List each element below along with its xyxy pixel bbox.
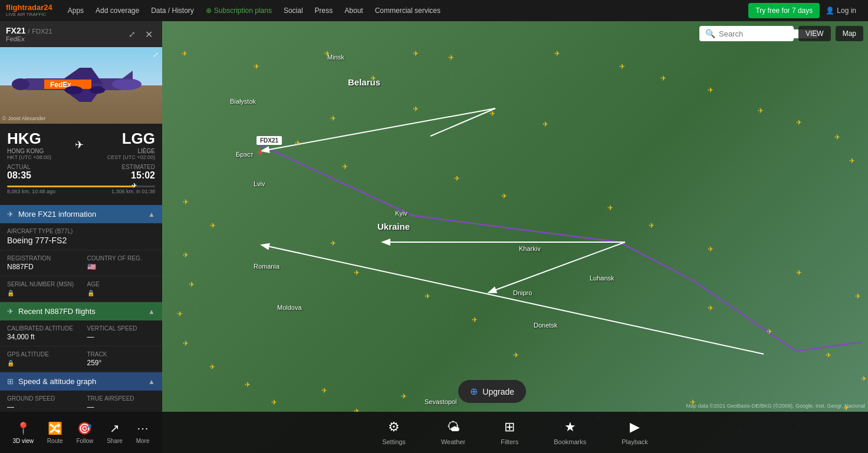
- aircraft-9[interactable]: ✈: [660, 74, 666, 82]
- try-free-button[interactable]: Try free for 7 days: [748, 3, 820, 18]
- aircraft-22[interactable]: ✈: [245, 381, 251, 389]
- filters-button[interactable]: ⊞ Filters: [492, 415, 527, 450]
- aircraft-39[interactable]: ✈: [354, 269, 360, 277]
- nav-subscription[interactable]: ⊕ Subscription plans: [200, 0, 278, 21]
- aircraft-12[interactable]: ✈: [796, 118, 802, 127]
- filters-label: Filters: [501, 438, 518, 445]
- aircraft-19[interactable]: ✈: [177, 310, 183, 318]
- aircraft-41[interactable]: ✈: [472, 316, 478, 324]
- share-button[interactable]: ↗ Share: [101, 416, 129, 449]
- aircraft-24[interactable]: ✈: [321, 386, 327, 395]
- upgrade-button[interactable]: ⊕ Upgrade: [458, 380, 526, 403]
- aircraft-40[interactable]: ✈: [425, 292, 430, 300]
- aircraft-21[interactable]: ✈: [209, 363, 215, 371]
- aircraft-18[interactable]: ✈: [189, 280, 195, 289]
- aircraft-54[interactable]: ✈: [542, 120, 548, 128]
- aircraft-7[interactable]: ✈: [554, 49, 560, 58]
- nav-social[interactable]: Social: [278, 0, 309, 21]
- aircraft-14[interactable]: ✈: [849, 157, 855, 165]
- aircraft-35[interactable]: ✈: [454, 174, 460, 183]
- svg-line-0: [262, 108, 495, 151]
- nav-apps[interactable]: Apps: [62, 0, 90, 21]
- view-button[interactable]: VIEW: [798, 26, 831, 41]
- expand-button[interactable]: ⤢: [125, 28, 139, 41]
- aircraft-33[interactable]: ✈: [295, 139, 301, 147]
- cal-alt-label: CALIBRATED ALTITUDE: [7, 325, 75, 332]
- map-button[interactable]: Map: [836, 26, 863, 41]
- minsk-label: Minsk: [327, 54, 344, 61]
- aircraft-15[interactable]: ✈: [183, 198, 189, 206]
- more-button[interactable]: ⋯ More: [130, 416, 156, 449]
- aircraft-17[interactable]: ✈: [183, 251, 189, 259]
- follow-button[interactable]: 🎯 Follow: [70, 416, 99, 449]
- aircraft-52[interactable]: ✈: [413, 105, 419, 113]
- brest-label: Брэст: [236, 151, 254, 158]
- age-label: AGE: [87, 281, 156, 287]
- aircraft-2[interactable]: ✈: [254, 62, 259, 71]
- aircraft-46[interactable]: ✈: [861, 375, 867, 383]
- aircraft-4[interactable]: ✈: [370, 74, 376, 82]
- aircraft-10[interactable]: ✈: [708, 86, 714, 94]
- plane-info-icon: ✈: [7, 210, 14, 219]
- aircraft-37[interactable]: ✈: [607, 204, 613, 212]
- aircraft-51[interactable]: ✈: [330, 114, 336, 123]
- nav-data[interactable]: Data / History: [145, 0, 200, 21]
- 3d-view-label: 3D view: [12, 438, 34, 444]
- speed-graph-section[interactable]: ⊞ Speed & altitude graph ▲: [0, 372, 162, 391]
- aircraft-45[interactable]: ✈: [826, 351, 831, 359]
- close-button[interactable]: ✕: [142, 28, 156, 41]
- route-label: Route: [47, 438, 63, 444]
- kharkiv-label: Kharkiv: [519, 245, 541, 252]
- settings-button[interactable]: ⚙ Settings: [373, 415, 415, 450]
- aircraft-5[interactable]: ✈: [413, 49, 419, 58]
- bookmarks-icon: ★: [564, 419, 576, 435]
- weather-button[interactable]: 🌤 Weather: [432, 415, 474, 450]
- bookmarks-button[interactable]: ★ Bookmarks: [545, 415, 595, 450]
- nav-press[interactable]: Press: [309, 0, 339, 21]
- altitude-row: CALIBRATED ALTITUDE 34,000 ft VERTICAL S…: [0, 320, 162, 346]
- aircraft-49[interactable]: ✈: [796, 269, 802, 277]
- progress-plane-icon: ✈: [131, 181, 137, 190]
- aircraft-44[interactable]: ✈: [767, 328, 772, 336]
- aircraft-type-label: AIRCRAFT TYPE (B77L): [7, 228, 155, 234]
- aircraft-20[interactable]: ✈: [183, 339, 189, 348]
- bottom-left-controls: 📍 3D view 🔀 Route 🎯 Follow ↗ Share ⋯ Mor…: [0, 416, 162, 449]
- aircraft-8[interactable]: ✈: [619, 62, 625, 71]
- aircraft-42[interactable]: ✈: [513, 351, 519, 359]
- aircraft-36[interactable]: ✈: [501, 192, 507, 200]
- aircraft-11[interactable]: ✈: [758, 107, 764, 115]
- aircraft-50[interactable]: ✈: [855, 292, 861, 300]
- aircraft-6[interactable]: ✈: [448, 54, 454, 62]
- track-value: 259°: [87, 359, 156, 367]
- actual-label: ACTUAL: [7, 164, 31, 170]
- aircraft-47[interactable]: ✈: [649, 221, 655, 230]
- image-expand-icon[interactable]: ⤢: [153, 51, 159, 59]
- 3d-view-icon: 📍: [16, 421, 31, 435]
- aircraft-48[interactable]: ✈: [708, 245, 714, 253]
- login-button[interactable]: 👤 Log in: [820, 6, 862, 15]
- nav-about[interactable]: About: [338, 0, 369, 21]
- search-box[interactable]: 🔍: [699, 26, 794, 41]
- route-button[interactable]: 🔀 Route: [41, 416, 69, 449]
- aircraft-38[interactable]: ✈: [330, 239, 336, 247]
- aircraft-34[interactable]: ✈: [342, 163, 348, 171]
- country-value: 🇺🇸: [87, 263, 156, 271]
- playback-button[interactable]: ▶ Playback: [613, 415, 657, 450]
- 3d-view-button[interactable]: 📍 3D view: [6, 416, 40, 449]
- aircraft-3[interactable]: ✈: [324, 49, 330, 58]
- aircraft-13[interactable]: ✈: [834, 133, 840, 141]
- fdx21-flight-marker[interactable]: FDX21 ✈: [257, 136, 282, 158]
- aircraft-43[interactable]: ✈: [708, 304, 714, 312]
- estimated-label: ESTIMATED: [122, 164, 155, 170]
- origin-code: HKG: [7, 130, 51, 148]
- aircraft-53[interactable]: ✈: [489, 110, 495, 118]
- logo[interactable]: flightradar24 LIVE AIR TRAFFIC: [6, 4, 52, 17]
- aircraft-26[interactable]: ✈: [401, 392, 407, 401]
- more-info-section[interactable]: ✈ More FX21 information ▲: [0, 205, 162, 223]
- nav-addcoverage[interactable]: Add coverage: [90, 0, 145, 21]
- nav-commercial[interactable]: Commercial services: [369, 0, 446, 21]
- aircraft-1[interactable]: ✈: [182, 49, 188, 58]
- aircraft-23[interactable]: ✈: [271, 398, 277, 406]
- aircraft-16[interactable]: ✈: [210, 221, 216, 230]
- recent-flights-section[interactable]: ✈ Recent N887FD flights ▲: [0, 302, 162, 320]
